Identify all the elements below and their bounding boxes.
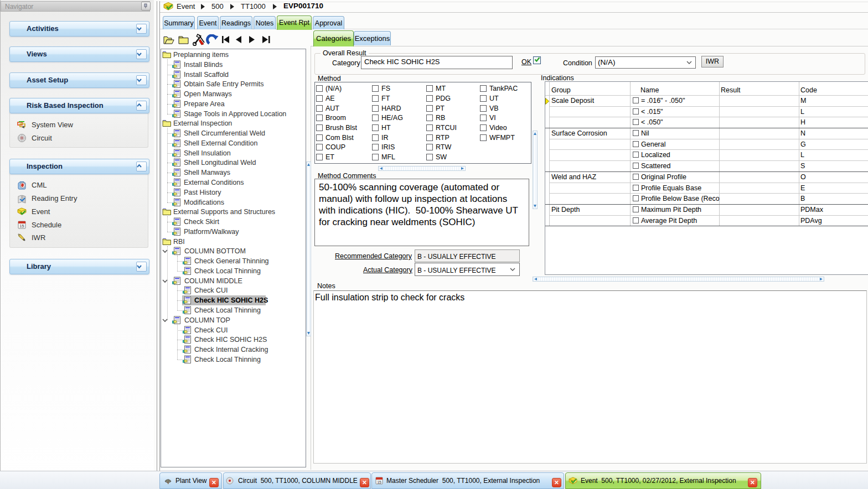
svg-text:15: 15 (377, 480, 381, 484)
svg-text:15: 15 (20, 224, 24, 228)
